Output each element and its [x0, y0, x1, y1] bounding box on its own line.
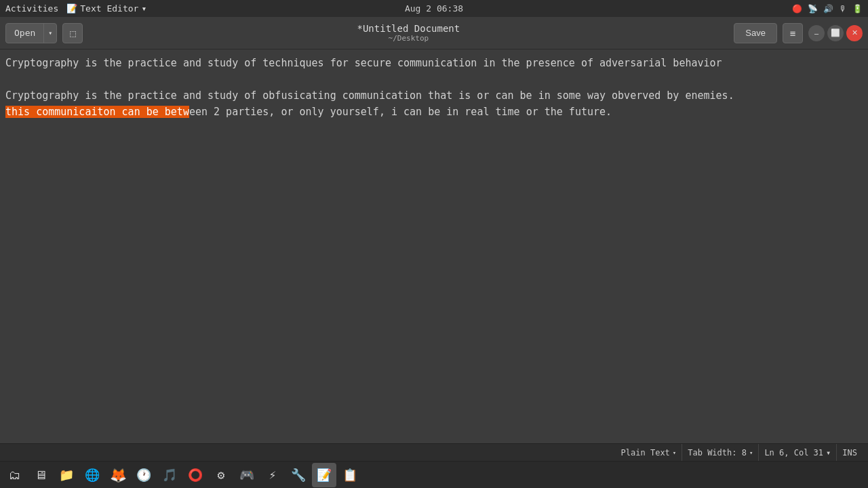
taskbar-icon-text-editor[interactable]: 📝 [312, 463, 336, 487]
open-button[interactable]: Open ▾ [5, 23, 57, 43]
tray-icon-4[interactable]: 🎙 [839, 4, 847, 14]
menu-icon: ≡ [790, 28, 795, 39]
cursor-position: een 2 parties, or only yourself, i can b… [189, 106, 612, 118]
taskbar-icon-app13[interactable]: 📋 [338, 463, 362, 487]
highlighted-text: this communicaiton can be betw [5, 106, 189, 118]
taskbar-icon-music[interactable]: 🎵 [157, 463, 182, 487]
taskbar-icon-clock[interactable]: 🕐 [132, 463, 156, 487]
system-tray: 🔴 📡 🔊 🎙 🔋 [792, 4, 863, 14]
line-col-label: Ln 6, Col 31 [764, 448, 823, 458]
maximize-button[interactable]: ⬜ [827, 25, 844, 41]
insert-mode-indicator: INS [836, 444, 863, 462]
taskbar-icon-app11[interactable]: 🔧 [286, 463, 311, 487]
minimize-button[interactable]: – [808, 25, 825, 41]
document-title: *Untitled Document [88, 23, 728, 34]
file-type-selector[interactable]: Plain Text ▾ [616, 444, 682, 462]
doc-icon: ⬚ [70, 28, 75, 39]
app-name-label: Text Editor [80, 3, 138, 14]
taskbar-icon-nautilus[interactable]: 📁 [54, 463, 79, 487]
tray-icon-3[interactable]: 🔊 [823, 4, 833, 14]
window-controls: – ⬜ ✕ [808, 25, 863, 41]
open-label[interactable]: Open [6, 24, 44, 43]
editor-line-3: Cryptography is the practice and study o… [3, 87, 865, 104]
doc-icon-button[interactable]: ⬚ [62, 23, 83, 43]
tray-icon-2[interactable]: 📡 [808, 4, 818, 14]
toolbar: Open ▾ ⬚ *Untitled Document ~/Desktop Sa… [0, 17, 868, 49]
app-menu[interactable]: 📝 Text Editor ▾ [66, 3, 146, 14]
tab-width-arrow: ▾ [749, 449, 753, 456]
editor-line-5 [3, 120, 865, 136]
position-arrow: ▾ [826, 448, 831, 458]
editor-line-1: Cryptography is the practice and study o… [3, 55, 865, 71]
tab-width-selector[interactable]: Tab Width: 8 ▾ [682, 444, 758, 462]
tray-icon-1[interactable]: 🔴 [792, 4, 802, 14]
statusbar-right: Plain Text ▾ Tab Width: 8 ▾ Ln 6, Col 31… [616, 444, 863, 462]
menu-button[interactable]: ≡ [783, 23, 803, 43]
taskbar-icon-firefox[interactable]: 🦊 [106, 463, 130, 487]
app-menu-arrow: ▾ [141, 3, 146, 14]
tray-icon-5[interactable]: 🔋 [852, 4, 863, 14]
editor-line-4: this communicaiton can be between 2 part… [3, 104, 865, 120]
document-title-area: *Untitled Document ~/Desktop [88, 23, 728, 43]
taskbar-icon-files[interactable]: 🗂 [3, 463, 27, 487]
cursor-position-display: Ln 6, Col 31 ▾ [758, 444, 836, 462]
document-path: ~/Desktop [88, 34, 728, 43]
editor-area[interactable]: Cryptography is the practice and study o… [0, 49, 868, 443]
taskbar-icon-settings[interactable]: ⚙ [209, 463, 233, 487]
taskbar-icon-game[interactable]: 🎮 [235, 463, 259, 487]
taskbar-icon-browser[interactable]: 🌐 [80, 463, 104, 487]
tab-width-label: Tab Width: 8 [688, 448, 747, 458]
taskbar: 🗂 🖥 📁 🌐 🦊 🕐 🎵 ⭕ ⚙ 🎮 ⚡ 🔧 📝 📋 [0, 461, 868, 488]
taskbar-icon-app10[interactable]: ⚡ [260, 463, 285, 487]
activities-button[interactable]: Activities [5, 3, 58, 14]
statusbar: Plain Text ▾ Tab Width: 8 ▾ Ln 6, Col 31… [0, 443, 868, 461]
taskbar-icon-terminal[interactable]: 🖥 [28, 463, 53, 487]
insert-mode-label: INS [842, 448, 857, 458]
topbar: Activities 📝 Text Editor ▾ Aug 2 06:38 🔴… [0, 0, 868, 17]
file-type-label: Plain Text [621, 448, 670, 458]
open-dropdown-arrow[interactable]: ▾ [44, 24, 56, 43]
topbar-datetime: Aug 2 06:38 [405, 3, 463, 14]
app-icon-symbol: 📝 [66, 3, 77, 14]
editor-line-2 [3, 71, 865, 87]
taskbar-icon-tor[interactable]: ⭕ [183, 463, 208, 487]
file-type-arrow: ▾ [673, 449, 676, 456]
save-button[interactable]: Save [734, 23, 777, 43]
close-button[interactable]: ✕ [846, 25, 863, 41]
